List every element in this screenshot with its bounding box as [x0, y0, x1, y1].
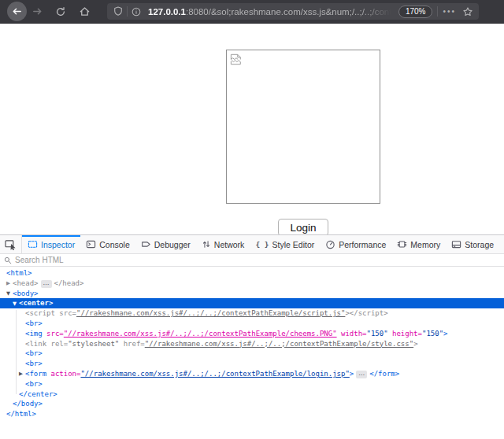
tag-token[interactable]: </form>	[369, 370, 399, 378]
tag-token[interactable]: >	[350, 370, 354, 378]
tree-row[interactable]: <script src="//rakeshmane.com/xss.js#/..…	[0, 308, 504, 319]
tab-accessibility[interactable]: Acc	[499, 235, 504, 253]
twisty-collapsed-icon[interactable]: ▶	[19, 369, 25, 378]
twisty-spacer	[19, 339, 25, 349]
ellipsis-badge[interactable]: …	[356, 371, 367, 378]
tab-label: Style Editor	[272, 240, 315, 249]
tree-row[interactable]: ▶<head>…</head>	[0, 279, 504, 289]
tag-token[interactable]: <img	[25, 330, 43, 338]
tree-row[interactable]: <br>	[0, 349, 504, 359]
broken-image-icon	[230, 53, 243, 68]
tree-row[interactable]: ▼<body>	[0, 289, 504, 299]
tree-row[interactable]: <br>	[0, 359, 504, 369]
devtools-tabs: InspectorConsoleDebuggerNetwork{ }Style …	[22, 235, 504, 253]
attr-name[interactable]: src=	[46, 330, 64, 338]
element-picker-button[interactable]	[0, 235, 21, 253]
tag-token[interactable]: <link	[25, 340, 46, 348]
url-bar[interactable]: 127.0.0.1:8080/&sol;rakeshmane.com/xss.j…	[107, 3, 479, 20]
attr-name[interactable]: src=	[59, 309, 76, 317]
twisty-expanded-icon[interactable]: ▼	[13, 299, 19, 308]
tab-label: Debugger	[154, 240, 191, 249]
braces-icon: { }	[255, 240, 269, 249]
tab-network[interactable]: Network	[196, 235, 250, 253]
twisty-spacer	[19, 379, 25, 389]
tag-token[interactable]: <head>	[13, 279, 39, 287]
tag-token[interactable]: <body>	[13, 290, 39, 297]
attr-value[interactable]: "//rakeshmane.com/xss.js#/..;/..;/contex…	[76, 309, 345, 317]
ellipsis-badge[interactable]: …	[41, 280, 52, 288]
attr-value[interactable]: "stylesheet"	[68, 340, 119, 348]
attr-value[interactable]: "150"	[367, 330, 388, 338]
tree-row[interactable]: ▶<form action="//rakeshmane.com/xss.js#/…	[0, 369, 504, 379]
tab-memory[interactable]: Memory	[391, 235, 446, 253]
attr-value[interactable]: "//rakeshmane.com/xss.js#/..;/..;/contex…	[80, 370, 349, 378]
back-button[interactable]	[7, 2, 27, 21]
tag-token[interactable]: <script	[25, 309, 55, 317]
tracking-protection-shield-icon[interactable]	[107, 6, 127, 17]
devtools-tabbar: InspectorConsoleDebuggerNetwork{ }Style …	[0, 235, 504, 254]
network-arrows-icon	[202, 239, 211, 249]
tag-token[interactable]: <br>	[25, 380, 43, 388]
bookmark-star-icon[interactable]	[461, 6, 479, 17]
forward-button[interactable]	[27, 2, 47, 22]
tag-token[interactable]: <center>	[19, 299, 53, 307]
search-placeholder: Search HTML	[15, 256, 64, 264]
attr-name[interactable]: rel=	[51, 340, 69, 348]
tab-storage[interactable]: Storage	[446, 235, 499, 253]
back-arrow-icon	[11, 6, 23, 17]
tag-token[interactable]: >	[413, 340, 417, 348]
storage-drive-icon	[451, 239, 461, 249]
tag-token[interactable]: <html>	[6, 269, 32, 277]
tree-row[interactable]: <br>	[0, 379, 504, 389]
tree-row[interactable]: <link rel="stylesheet" href="//rakeshman…	[0, 339, 504, 349]
login-button[interactable]: Login	[278, 219, 328, 234]
tree-row[interactable]: <img src="//rakeshmane.com/xss.js#/..;/.…	[0, 329, 504, 339]
twisty-expanded-icon[interactable]: ▼	[6, 289, 13, 298]
twisty-spacer	[19, 309, 25, 319]
attr-value[interactable]: "//rakeshmane.com/xss.js#/..;/..;/contex…	[145, 340, 413, 348]
tag-token[interactable]: <form	[25, 370, 46, 378]
tag-token[interactable]: </head>	[54, 279, 84, 287]
tree-row[interactable]: <html>	[0, 268, 504, 279]
tab-style-editor[interactable]: { }Style Editor	[250, 235, 320, 253]
attr-name[interactable]: width=	[341, 330, 367, 338]
zoom-level-badge[interactable]: 170%	[398, 6, 433, 18]
tag-token[interactable]: <br>	[25, 349, 43, 357]
forward-arrow-icon	[32, 6, 43, 17]
tree-row[interactable]: <br>	[0, 319, 504, 329]
twisty-spacer	[19, 319, 25, 328]
tree-row[interactable]: ▼<center>	[0, 298, 504, 308]
attr-value[interactable]: "150"	[422, 330, 443, 338]
home-button[interactable]	[74, 2, 94, 22]
tag-token[interactable]: ></script>	[345, 309, 387, 317]
page-actions-ellipsis-icon[interactable]: •••	[438, 7, 461, 16]
tag-token[interactable]: </center>	[19, 390, 57, 398]
attr-name[interactable]: href=	[124, 340, 145, 348]
reload-button[interactable]	[50, 2, 71, 22]
browser-window: 127.0.0.1:8080/&sol;rakeshmane.com/xss.j…	[0, 0, 504, 439]
twisty-collapsed-icon[interactable]: ▶	[6, 279, 13, 288]
tab-debugger[interactable]: Debugger	[135, 235, 196, 253]
attr-name[interactable]: action=	[51, 370, 81, 378]
tag-token[interactable]: </body>	[13, 400, 43, 408]
tag-token[interactable]: >	[443, 330, 447, 338]
reload-icon	[55, 6, 66, 17]
tree-row[interactable]: </html>	[0, 409, 504, 419]
attr-name[interactable]: height=	[392, 330, 422, 338]
tag-token[interactable]: <br>	[25, 319, 43, 327]
tree-row[interactable]: </body>	[0, 399, 504, 409]
tab-performance[interactable]: Performance	[320, 235, 391, 253]
memory-chip-icon	[397, 239, 407, 249]
attr-value[interactable]: "//rakeshmane.com/xss.js#/..;/..;/contex…	[64, 330, 337, 338]
tab-inspector[interactable]: Inspector	[22, 235, 80, 253]
tree-row[interactable]: </center>	[0, 389, 504, 400]
page-content: Login	[0, 24, 504, 234]
search-html-bar[interactable]: Search HTML	[0, 254, 504, 267]
tag-token[interactable]: </html>	[6, 410, 36, 418]
tag-token[interactable]: <br>	[25, 360, 43, 367]
home-icon	[79, 6, 91, 17]
page-info-icon[interactable]	[128, 7, 145, 17]
inspector-icon	[28, 239, 38, 249]
tab-console[interactable]: Console	[80, 235, 135, 253]
devtools-panel: InspectorConsoleDebuggerNetwork{ }Style …	[0, 234, 504, 439]
